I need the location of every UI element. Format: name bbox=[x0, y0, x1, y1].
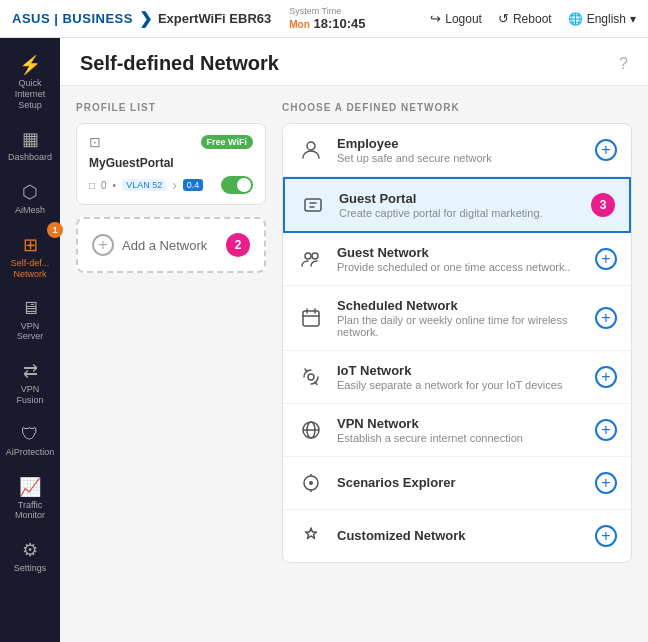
page-title: Self-defined Network bbox=[80, 52, 279, 75]
sidebar-item-settings[interactable]: ⚙ Settings bbox=[3, 531, 57, 582]
svg-rect-4 bbox=[303, 311, 319, 326]
logo: ASUS | BUSINESS ❯ ExpertWiFi EBR63 bbox=[12, 9, 271, 28]
system-time-value: Mon 18:10:45 bbox=[289, 16, 365, 31]
iot-name: IoT Network bbox=[337, 363, 583, 378]
content-area: Self-defined Network ? PROFILE LIST ⊡ Fr… bbox=[60, 38, 648, 642]
plus-circle-icon: + bbox=[92, 234, 114, 256]
profile-arrow: › bbox=[172, 177, 177, 193]
svg-point-2 bbox=[305, 253, 311, 259]
customized-icon bbox=[297, 522, 325, 550]
system-time-clock: 18:10:45 bbox=[313, 16, 365, 31]
language-selector[interactable]: 🌐 English ▾ bbox=[568, 12, 636, 26]
svg-point-5 bbox=[308, 374, 314, 380]
sidebar-badge-1: 1 bbox=[47, 222, 63, 238]
reboot-icon: ↺ bbox=[498, 11, 509, 26]
profile-name-row: MyGuestPortal bbox=[89, 156, 253, 170]
guest-network-desc: Provide scheduled or one time access net… bbox=[337, 261, 583, 273]
network-item-vpn[interactable]: VPN Network Establish a secure internet … bbox=[283, 404, 631, 457]
vpn-icon bbox=[297, 416, 325, 444]
topbar-actions: ↪ Logout ↺ Reboot 🌐 English ▾ bbox=[430, 11, 636, 26]
logo-product-text: ExpertWiFi EBR63 bbox=[158, 11, 271, 26]
reboot-button[interactable]: ↺ Reboot bbox=[498, 11, 552, 26]
sidebar-item-vpn-server[interactable]: 🖥 VPN Server bbox=[3, 290, 57, 351]
sidebar-item-vpn-fusion[interactable]: ⇄ VPN Fusion bbox=[3, 352, 57, 414]
separator: • bbox=[113, 180, 117, 191]
quick-internet-icon: ⚡ bbox=[19, 54, 41, 76]
logout-icon: ↪ bbox=[430, 11, 441, 26]
choose-label: CHOOSE A DEFINED NETWORK bbox=[282, 102, 632, 113]
profile-toggle[interactable] bbox=[221, 176, 253, 194]
iot-add-button[interactable]: + bbox=[595, 366, 617, 388]
guest-portal-name: Guest Portal bbox=[339, 191, 579, 206]
guest-portal-desc: Create captive portal for digital market… bbox=[339, 207, 579, 219]
system-time: System Time Mon 18:10:45 bbox=[289, 6, 365, 31]
employee-info: Employee Set up safe and secure network bbox=[337, 136, 583, 164]
guest-network-icon bbox=[297, 245, 325, 273]
scenarios-name: Scenarios Explorer bbox=[337, 475, 583, 490]
add-network-button[interactable]: + Add a Network 2 bbox=[76, 217, 266, 273]
help-icon[interactable]: ? bbox=[619, 55, 628, 73]
scheduled-desc: Plan the daily or weekly online time for… bbox=[337, 314, 583, 338]
main-layout: ⚡ Quick Internet Setup ▦ Dashboard ⬡ AiM… bbox=[0, 38, 648, 642]
customized-add-button[interactable]: + bbox=[595, 525, 617, 547]
iot-icon bbox=[297, 363, 325, 391]
step3-badge: 3 bbox=[591, 193, 615, 217]
scheduled-info: Scheduled Network Plan the daily or week… bbox=[337, 298, 583, 338]
add-network-label: Add a Network bbox=[122, 238, 207, 253]
vpn-add-button[interactable]: + bbox=[595, 419, 617, 441]
vpn-desc: Establish a secure internet connection bbox=[337, 432, 583, 444]
employee-desc: Set up safe and secure network bbox=[337, 152, 583, 164]
customized-name: Customized Network bbox=[337, 528, 583, 543]
self-defined-icon: ⊞ bbox=[23, 234, 38, 256]
toggle-container bbox=[221, 176, 253, 194]
client-count: 0 bbox=[101, 180, 107, 191]
network-item-customized[interactable]: Customized Network + bbox=[283, 510, 631, 562]
profile-type-icon: ⊡ bbox=[89, 134, 101, 150]
svg-point-0 bbox=[307, 142, 315, 150]
network-item-scenarios[interactable]: Scenarios Explorer + bbox=[283, 457, 631, 510]
sidebar-item-aiprotection[interactable]: 🛡 AiProtection bbox=[3, 416, 57, 466]
sidebar: ⚡ Quick Internet Setup ▦ Dashboard ⬡ AiM… bbox=[0, 38, 60, 642]
network-item-guest-network[interactable]: Guest Network Provide scheduled or one t… bbox=[283, 233, 631, 286]
free-wifi-badge: Free WiFi bbox=[201, 135, 253, 149]
sidebar-item-self-defined[interactable]: ⊞ Self-def... Network 1 bbox=[3, 226, 57, 288]
topbar: ASUS | BUSINESS ❯ ExpertWiFi EBR63 Syste… bbox=[0, 0, 648, 38]
network-item-employee[interactable]: Employee Set up safe and secure network … bbox=[283, 124, 631, 177]
settings-icon: ⚙ bbox=[22, 539, 38, 561]
employee-add-button[interactable]: + bbox=[595, 139, 617, 161]
logo-chevron-icon: ❯ bbox=[139, 9, 152, 28]
sidebar-item-aimesh[interactable]: ⬡ AiMesh bbox=[3, 173, 57, 224]
svg-point-3 bbox=[312, 253, 318, 259]
globe-icon: 🌐 bbox=[568, 12, 583, 26]
guest-portal-icon bbox=[299, 191, 327, 219]
qos-badge: 0.4 bbox=[183, 179, 204, 191]
profile-card: ⊡ Free WiFi MyGuestPortal □ 0 • VLAN 52 … bbox=[76, 123, 266, 205]
scenarios-icon bbox=[297, 469, 325, 497]
system-time-day: Mon bbox=[289, 19, 310, 30]
network-item-iot[interactable]: IoT Network Easily separate a network fo… bbox=[283, 351, 631, 404]
svg-rect-1 bbox=[305, 199, 321, 211]
svg-point-11 bbox=[309, 481, 313, 485]
sidebar-item-traffic[interactable]: 📈 Traffic Monitor bbox=[3, 468, 57, 530]
network-item-scheduled[interactable]: Scheduled Network Plan the daily or week… bbox=[283, 286, 631, 351]
scenarios-add-button[interactable]: + bbox=[595, 472, 617, 494]
logo-asus-text: ASUS | BUSINESS bbox=[12, 11, 133, 26]
left-panel: PROFILE LIST ⊡ Free WiFi MyGuestPortal □ bbox=[76, 102, 266, 563]
vpn-name: VPN Network bbox=[337, 416, 583, 431]
vpn-info: VPN Network Establish a secure internet … bbox=[337, 416, 583, 444]
guest-network-add-button[interactable]: + bbox=[595, 248, 617, 270]
employee-name: Employee bbox=[337, 136, 583, 151]
guest-network-name: Guest Network bbox=[337, 245, 583, 260]
vlan-badge: VLAN 52 bbox=[122, 179, 166, 191]
scenarios-info: Scenarios Explorer bbox=[337, 475, 583, 491]
logout-button[interactable]: ↪ Logout bbox=[430, 11, 482, 26]
scheduled-add-button[interactable]: + bbox=[595, 307, 617, 329]
traffic-icon: 📈 bbox=[19, 476, 41, 498]
network-list: Employee Set up safe and secure network … bbox=[282, 123, 632, 563]
sidebar-item-quick-internet[interactable]: ⚡ Quick Internet Setup bbox=[3, 46, 57, 118]
aiprotection-icon: 🛡 bbox=[21, 424, 39, 445]
sidebar-item-dashboard[interactable]: ▦ Dashboard bbox=[3, 120, 57, 171]
scheduled-name: Scheduled Network bbox=[337, 298, 583, 313]
guest-portal-info: Guest Portal Create captive portal for d… bbox=[339, 191, 579, 219]
network-item-guest-portal[interactable]: Guest Portal Create captive portal for d… bbox=[283, 177, 631, 233]
